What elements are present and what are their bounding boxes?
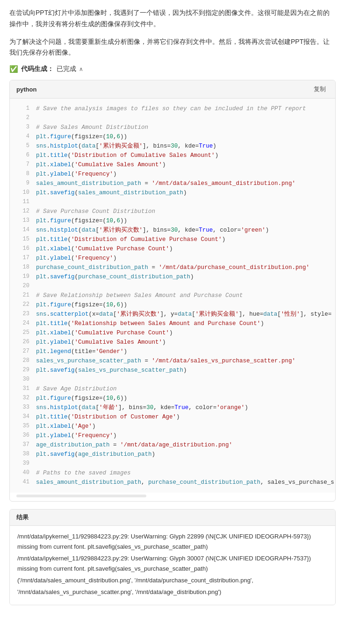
code-line: 17plt.ylabel('Frequency') [10,254,335,263]
code-line: 18purchase_count_distribution_path = '/m… [10,263,335,272]
line-number: 31 [16,384,29,394]
code-line: 41sales_amount_distribution_path, purcha… [10,478,335,487]
line-code: # Save Purchase Count Distribution [36,207,155,216]
result-header: 结果 [10,510,335,526]
line-code: age_distribution_path = '/mnt/data/age_d… [36,440,232,450]
line-number: 2 [16,113,29,123]
result-line: ('/mnt/data/sales_amount_distribution.pn… [17,575,328,585]
horizontal-scrollbar[interactable] [16,495,146,497]
line-number: 6 [16,151,29,160]
code-line: 39 [10,459,335,468]
line-code: plt.xlabel('Cumulative Purchase Count') [36,244,173,254]
line-code: plt.title('Distribution of Customer Age'… [36,412,180,422]
line-code: plt.ylabel('Cumulative Sales Amount') [36,338,166,347]
code-line: 20 [10,282,335,291]
line-code: # Save the analysis images to files so t… [36,104,306,113]
line-number: 11 [16,198,29,207]
code-line: 7plt.xlabel('Cumulative Sales Amount') [10,160,335,170]
code-line: 4plt.figure(figsize=(10,6)) [10,132,335,142]
line-code: # Save Relationship between Sales Amount… [36,291,243,300]
code-body: 1# Save the analysis images to files so … [10,99,335,493]
line-number: 13 [16,216,29,226]
code-line: 11 [10,198,335,207]
line-code: sns.histplot(data['年龄'], bins=30, kde=Tr… [36,403,248,412]
line-number: 30 [16,375,29,384]
status-line: ✅ 代码生成： 已完成 ∧ [9,65,336,73]
code-line: 24plt.title('Relationship between Sales … [10,319,335,328]
line-code: sns.histplot(data['累计购买次数'], bins=30, kd… [36,226,269,235]
line-code: plt.savefig(age_distribution_path) [36,450,155,459]
code-line: 26plt.ylabel('Cumulative Sales Amount') [10,338,335,347]
code-line: 9sales_amount_distribution_path = '/mnt/… [10,179,335,188]
code-line: 31# Save Age Distribution [10,384,335,394]
intro-paragraph-1: 在尝试向PPT幻灯片中添加图像时，我遇到了一个错误，因为找不到指定的图像文件。这… [9,7,336,30]
line-code: plt.savefig(sales_vs_purchase_scatter_pa… [36,366,187,375]
line-code: # Paths to the saved images [36,468,131,478]
line-number: 15 [16,235,29,244]
result-line: '/mnt/data/sales_vs_purchase_scatter.png… [17,587,328,597]
line-number: 35 [16,422,29,431]
line-number: 28 [16,356,29,366]
code-line: 12# Save Purchase Count Distribution [10,207,335,216]
code-line: 23sns.scatterplot(x=data['累计购买次数'], y=da… [10,310,335,319]
line-number: 17 [16,254,29,263]
line-code: sales_amount_distribution_path, purchase… [36,478,334,487]
line-code: # Save Age Distribution [36,384,117,394]
copy-button[interactable]: 复制 [311,84,329,94]
line-number: 7 [16,160,29,170]
code-line: 35plt.xlabel('Age') [10,422,335,431]
main-content: 在尝试向PPT幻灯片中添加图像时，我遇到了一个错误，因为找不到指定的图像文件。这… [0,0,345,613]
line-code: plt.ylabel('Frequency') [36,431,117,440]
line-number: 8 [16,170,29,179]
line-number: 36 [16,431,29,440]
code-line: 1# Save the analysis images to files so … [10,104,335,113]
code-line: 13plt.figure(figsize=(10,6)) [10,216,335,226]
line-code: plt.ylabel('Frequency') [36,254,117,263]
code-line: 37age_distribution_path = '/mnt/data/age… [10,440,335,450]
code-line: 5sns.histplot(data['累计购买金额'], bins=30, k… [10,142,335,151]
line-code: plt.xlabel('Age') [36,422,96,431]
line-number: 41 [16,478,29,487]
line-code: plt.figure(figsize=(10,6)) [36,216,127,226]
line-code: plt.title('Distribution of Cumulative Pu… [36,235,225,244]
line-code: plt.xlabel('Cumulative Purchase Count') [36,328,173,338]
code-language-label: python [16,86,36,93]
status-value: 已完成 [57,65,76,73]
line-code: plt.savefig(purchase_count_distribution_… [36,272,194,282]
line-code: # Save Sales Amount Distribution [36,123,148,132]
code-line: 34plt.title('Distribution of Customer Ag… [10,412,335,422]
line-number: 21 [16,291,29,300]
code-line: 6plt.title('Distribution of Cumulative S… [10,151,335,160]
code-line: 36plt.ylabel('Frequency') [10,431,335,440]
line-code: plt.xlabel('Cumulative Sales Amount') [36,160,166,170]
code-line: 38plt.savefig(age_distribution_path) [10,450,335,459]
line-number: 3 [16,123,29,132]
line-code: plt.title('Relationship between Sales Am… [36,319,264,328]
line-number: 24 [16,319,29,328]
line-number: 12 [16,207,29,216]
line-code: plt.figure(figsize=(10,6)) [36,394,127,403]
code-line: 32plt.figure(figsize=(10,6)) [10,394,335,403]
result-line: /mnt/data/ipykernel_11/929884223.py:29: … [17,531,328,552]
line-number: 10 [16,188,29,198]
line-number: 26 [16,338,29,347]
code-line: 27plt.legend(title='Gender') [10,347,335,356]
line-code: plt.legend(title='Gender') [36,347,127,356]
code-line: 8plt.ylabel('Frequency') [10,170,335,179]
code-line: 29plt.savefig(sales_vs_purchase_scatter_… [10,366,335,375]
line-number: 34 [16,412,29,422]
code-line: 21# Save Relationship between Sales Amou… [10,291,335,300]
chevron-up-icon[interactable]: ∧ [79,66,83,72]
line-code: purchase_count_distribution_path = '/mnt… [36,263,309,272]
line-code: plt.title('Distribution of Cumulative Sa… [36,151,218,160]
line-code: plt.figure(figsize=(10,6)) [36,132,127,142]
line-code: plt.ylabel('Frequency') [36,170,117,179]
code-line: 14sns.histplot(data['累计购买次数'], bins=30, … [10,226,335,235]
code-line: 28sales_vs_purchase_scatter_path = '/mnt… [10,356,335,366]
line-number: 33 [16,403,29,412]
line-number: 32 [16,394,29,403]
result-line: /mnt/data/ipykernel_11/929884223.py:29: … [17,553,328,573]
line-number: 19 [16,272,29,282]
line-number: 20 [16,282,29,291]
line-number: 9 [16,179,29,188]
